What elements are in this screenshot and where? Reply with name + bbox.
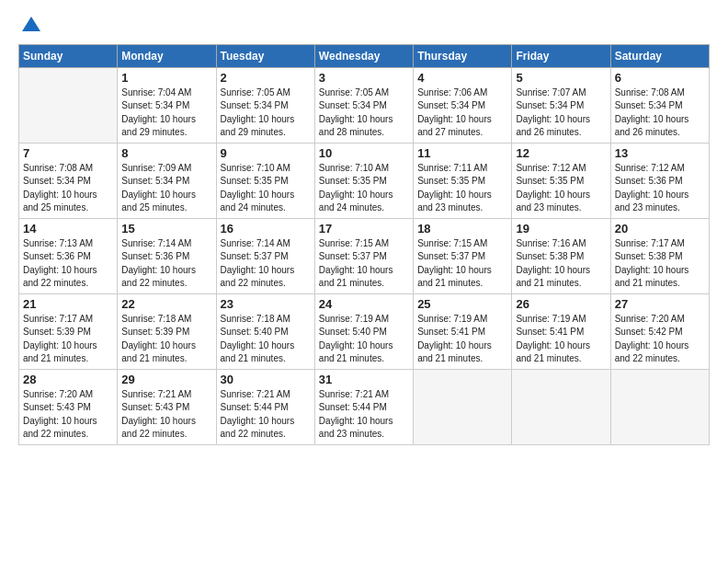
weekday-header-cell: Sunday [19,44,118,67]
calendar-cell: 18 Sunrise: 7:15 AMSunset: 5:37 PMDaylig… [414,218,512,293]
cell-info: Sunrise: 7:19 AMSunset: 5:41 PMDaylight:… [417,314,492,364]
calendar-cell: 17 Sunrise: 7:15 AMSunset: 5:37 PMDaylig… [314,218,413,293]
calendar-cell: 19 Sunrise: 7:16 AMSunset: 5:38 PMDaylig… [512,218,610,293]
day-number: 9 [221,146,311,160]
day-number: 13 [615,146,705,160]
calendar-cell: 15 Sunrise: 7:14 AMSunset: 5:36 PMDaylig… [118,218,216,293]
day-number: 29 [121,373,211,386]
weekday-header-cell: Monday [118,44,216,67]
cell-info: Sunrise: 7:21 AMSunset: 5:44 PMDaylight:… [319,389,393,440]
calendar-cell [512,369,610,444]
cell-info: Sunrise: 7:10 AMSunset: 5:35 PMDaylight:… [319,163,393,213]
day-number: 23 [221,297,311,311]
day-number: 19 [516,222,606,236]
calendar-cell: 25 Sunrise: 7:19 AMSunset: 5:41 PMDaylig… [414,293,512,369]
day-number: 4 [417,71,507,85]
cell-info: Sunrise: 7:21 AMSunset: 5:43 PMDaylight:… [121,389,196,440]
cell-info: Sunrise: 7:19 AMSunset: 5:41 PMDaylight:… [516,314,590,364]
calendar-cell: 31 Sunrise: 7:21 AMSunset: 5:44 PMDaylig… [314,369,413,444]
cell-info: Sunrise: 7:18 AMSunset: 5:40 PMDaylight:… [221,314,295,364]
cell-info: Sunrise: 7:05 AMSunset: 5:34 PMDaylight:… [319,87,393,138]
cell-info: Sunrise: 7:21 AMSunset: 5:44 PMDaylight:… [221,389,295,440]
calendar-cell: 20 Sunrise: 7:17 AMSunset: 5:38 PMDaylig… [610,218,709,293]
cell-info: Sunrise: 7:09 AMSunset: 5:34 PMDaylight:… [121,163,196,213]
calendar-cell: 22 Sunrise: 7:18 AMSunset: 5:39 PMDaylig… [118,293,216,369]
calendar-cell [610,369,709,444]
weekday-header-cell: Friday [512,44,610,67]
day-number: 10 [319,146,409,160]
cell-info: Sunrise: 7:08 AMSunset: 5:34 PMDaylight:… [23,163,97,213]
day-number: 25 [417,297,507,311]
cell-info: Sunrise: 7:08 AMSunset: 5:34 PMDaylight:… [615,87,689,138]
calendar-cell: 12 Sunrise: 7:12 AMSunset: 5:35 PMDaylig… [512,143,610,218]
day-number: 28 [23,373,113,386]
calendar-week-row: 28 Sunrise: 7:20 AMSunset: 5:43 PMDaylig… [19,369,710,444]
calendar-cell: 29 Sunrise: 7:21 AMSunset: 5:43 PMDaylig… [118,369,216,444]
logo-icon [20,15,42,37]
cell-info: Sunrise: 7:15 AMSunset: 5:37 PMDaylight:… [319,238,393,289]
cell-info: Sunrise: 7:20 AMSunset: 5:43 PMDaylight:… [23,389,97,440]
cell-info: Sunrise: 7:14 AMSunset: 5:36 PMDaylight:… [121,238,196,289]
calendar-cell: 14 Sunrise: 7:13 AMSunset: 5:36 PMDaylig… [19,218,118,293]
cell-info: Sunrise: 7:16 AMSunset: 5:38 PMDaylight:… [516,238,590,289]
cell-info: Sunrise: 7:11 AMSunset: 5:35 PMDaylight:… [417,163,492,213]
calendar-cell [414,369,512,444]
day-number: 11 [417,146,507,160]
calendar-cell: 13 Sunrise: 7:12 AMSunset: 5:36 PMDaylig… [610,143,709,218]
calendar-week-row: 14 Sunrise: 7:13 AMSunset: 5:36 PMDaylig… [19,218,710,293]
day-number: 7 [23,146,113,160]
cell-info: Sunrise: 7:10 AMSunset: 5:35 PMDaylight:… [221,163,295,213]
calendar-cell: 7 Sunrise: 7:08 AMSunset: 5:34 PMDayligh… [19,143,118,218]
calendar-cell: 24 Sunrise: 7:19 AMSunset: 5:40 PMDaylig… [314,293,413,369]
weekday-header-cell: Saturday [610,44,709,67]
calendar-cell: 4 Sunrise: 7:06 AMSunset: 5:34 PMDayligh… [414,67,512,143]
calendar-cell: 30 Sunrise: 7:21 AMSunset: 5:44 PMDaylig… [216,369,314,444]
calendar-cell: 21 Sunrise: 7:17 AMSunset: 5:39 PMDaylig… [19,293,118,369]
day-number: 26 [516,297,606,311]
day-number: 31 [319,373,409,386]
calendar-cell: 23 Sunrise: 7:18 AMSunset: 5:40 PMDaylig… [216,293,314,369]
calendar-cell: 6 Sunrise: 7:08 AMSunset: 5:34 PMDayligh… [610,67,709,143]
calendar-week-row: 21 Sunrise: 7:17 AMSunset: 5:39 PMDaylig… [19,293,710,369]
weekday-header-cell: Tuesday [216,44,314,67]
day-number: 20 [615,222,705,236]
cell-info: Sunrise: 7:12 AMSunset: 5:36 PMDaylight:… [615,163,689,213]
calendar-body: 1 Sunrise: 7:04 AMSunset: 5:34 PMDayligh… [19,67,710,444]
cell-info: Sunrise: 7:05 AMSunset: 5:34 PMDaylight:… [221,87,295,138]
calendar-cell: 3 Sunrise: 7:05 AMSunset: 5:34 PMDayligh… [314,67,413,143]
cell-info: Sunrise: 7:13 AMSunset: 5:36 PMDaylight:… [23,238,97,289]
day-number: 27 [615,297,705,311]
day-number: 15 [121,222,211,236]
day-number: 22 [121,297,211,311]
day-number: 24 [319,297,409,311]
calendar-cell: 2 Sunrise: 7:05 AMSunset: 5:34 PMDayligh… [216,67,314,143]
cell-info: Sunrise: 7:06 AMSunset: 5:34 PMDaylight:… [417,87,492,138]
svg-marker-0 [22,17,40,31]
calendar-week-row: 7 Sunrise: 7:08 AMSunset: 5:34 PMDayligh… [19,143,710,218]
cell-info: Sunrise: 7:07 AMSunset: 5:34 PMDaylight:… [516,87,590,138]
calendar-week-row: 1 Sunrise: 7:04 AMSunset: 5:34 PMDayligh… [19,67,710,143]
calendar-cell: 10 Sunrise: 7:10 AMSunset: 5:35 PMDaylig… [314,143,413,218]
calendar-table: SundayMondayTuesdayWednesdayThursdayFrid… [18,44,710,445]
calendar-cell: 1 Sunrise: 7:04 AMSunset: 5:34 PMDayligh… [118,67,216,143]
day-number: 16 [221,222,311,236]
calendar-container: SundayMondayTuesdayWednesdayThursdayFrid… [0,0,728,454]
day-number: 17 [319,222,409,236]
cell-info: Sunrise: 7:04 AMSunset: 5:34 PMDaylight:… [121,87,196,138]
calendar-cell: 9 Sunrise: 7:10 AMSunset: 5:35 PMDayligh… [216,143,314,218]
header [18,15,710,39]
cell-info: Sunrise: 7:17 AMSunset: 5:38 PMDaylight:… [615,238,689,289]
cell-info: Sunrise: 7:15 AMSunset: 5:37 PMDaylight:… [417,238,492,289]
logo [18,15,42,39]
calendar-cell: 28 Sunrise: 7:20 AMSunset: 5:43 PMDaylig… [19,369,118,444]
day-number: 8 [121,146,211,160]
day-number: 1 [121,71,211,85]
weekday-header-cell: Wednesday [314,44,413,67]
calendar-cell [19,67,118,143]
cell-info: Sunrise: 7:18 AMSunset: 5:39 PMDaylight:… [121,314,196,364]
day-number: 6 [615,71,705,85]
day-number: 2 [221,71,311,85]
cell-info: Sunrise: 7:19 AMSunset: 5:40 PMDaylight:… [319,314,393,364]
weekday-header-cell: Thursday [414,44,512,67]
day-number: 30 [221,373,311,386]
